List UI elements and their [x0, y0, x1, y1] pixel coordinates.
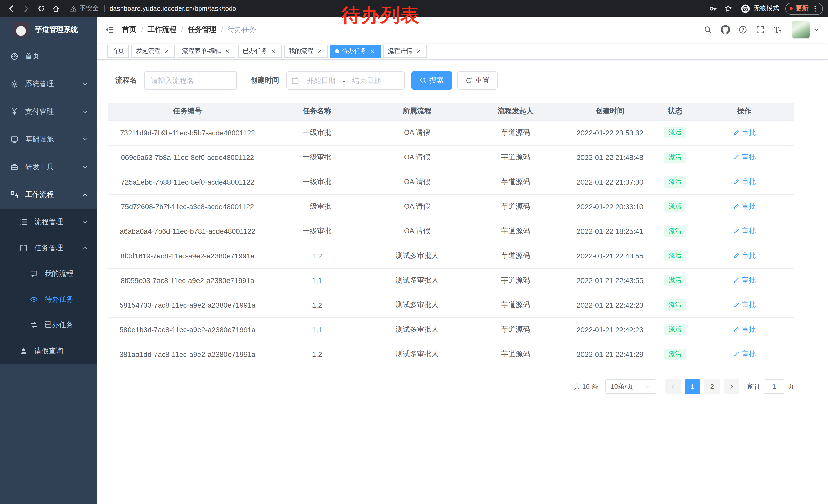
- cell-task-name: 1.2: [267, 293, 367, 317]
- sidebar-item-process-mgmt[interactable]: 流程管理: [0, 209, 97, 235]
- close-icon[interactable]: ×: [415, 47, 422, 55]
- sidebar-item-my-process[interactable]: 我的流程: [0, 261, 97, 287]
- sidebar-toggle[interactable]: [97, 17, 122, 43]
- approve-link[interactable]: 审批: [733, 153, 756, 162]
- close-icon[interactable]: ×: [316, 47, 323, 55]
- cell-initiator: 芋道源码: [467, 121, 564, 145]
- reset-button[interactable]: 重置: [457, 71, 498, 90]
- range-separator: -: [342, 77, 345, 85]
- chat-icon: [30, 270, 38, 278]
- table-row: 58154733-7ac8-11ec-a9e2-a2380e71991a 1.2…: [108, 293, 794, 317]
- question-icon: [739, 26, 747, 34]
- search-icon: [704, 26, 712, 34]
- approve-link[interactable]: 审批: [733, 325, 756, 334]
- home-icon[interactable]: [50, 2, 62, 15]
- sidebar-item-system[interactable]: 系统管理: [0, 70, 97, 98]
- bookmark-star-icon[interactable]: [722, 2, 734, 15]
- sidebar-item-devtools[interactable]: 研发工具: [0, 153, 97, 181]
- chevron-up-icon: [82, 192, 88, 198]
- end-date-input[interactable]: [345, 77, 387, 85]
- address-bar[interactable]: 不安全 dashboard.yudao.iocoder.cn/bpm/task/…: [70, 4, 702, 13]
- approve-link[interactable]: 审批: [733, 350, 756, 359]
- tab-3[interactable]: 已办任务 ×: [238, 44, 282, 58]
- tab-5[interactable]: 待办任务 ×: [330, 44, 381, 58]
- goto-page-input[interactable]: [764, 379, 784, 394]
- forward-icon[interactable]: [20, 2, 32, 15]
- tab-2[interactable]: 流程表单-编辑 ×: [177, 44, 236, 58]
- help-button[interactable]: [735, 22, 750, 37]
- logo-avatar: [13, 22, 29, 37]
- page-button-2[interactable]: 2: [704, 379, 720, 394]
- browser-menu-icon[interactable]: [812, 5, 819, 12]
- prev-page-button[interactable]: [665, 379, 681, 394]
- chevron-down-icon: [82, 164, 88, 170]
- fullscreen-button[interactable]: [753, 22, 768, 37]
- url-divider: [104, 5, 105, 12]
- sidebar-item-infra[interactable]: 基础设施: [0, 126, 97, 153]
- workflow-icon: [10, 191, 18, 199]
- app-header: 首页/工作流程/任务管理/待办任务: [97, 17, 828, 43]
- start-date-input[interactable]: [300, 77, 342, 85]
- page-button-1[interactable]: 1: [685, 379, 700, 394]
- tab-6[interactable]: 流程详情 ×: [383, 44, 427, 58]
- sidebar-item-done-task[interactable]: 已办任务: [0, 312, 97, 338]
- breadcrumb-item[interactable]: 任务管理: [188, 25, 216, 34]
- close-icon[interactable]: ×: [369, 47, 376, 55]
- approve-link[interactable]: 审批: [733, 128, 756, 137]
- browser-toolbar: 不安全 dashboard.yudao.iocoder.cn/bpm/task/…: [0, 0, 828, 17]
- sidebar-item-payment[interactable]: 支付管理: [0, 98, 97, 126]
- sidebar-item-home[interactable]: 首页: [0, 43, 97, 70]
- cell-task-id: a6aba0a4-7b6d-11ec-b781-acde48001122: [108, 219, 267, 243]
- cell-created: 2022-01-21 22:42:23: [564, 317, 656, 342]
- header-search-button[interactable]: [700, 22, 716, 37]
- tab-4[interactable]: 我的流程 ×: [284, 44, 328, 58]
- status-badge: 激活: [664, 176, 686, 187]
- tab-1[interactable]: 发起流程 ×: [131, 44, 175, 58]
- sidebar-item-leave-query[interactable]: 请假查询: [0, 338, 97, 364]
- filter-bar: 流程名 创建时间 - 搜索: [115, 71, 794, 90]
- tab-0[interactable]: 首页: [107, 44, 129, 58]
- avatar-caret-icon[interactable]: [814, 27, 820, 33]
- process-name-input[interactable]: [144, 71, 237, 90]
- app-title: 芋道管理系统: [35, 25, 78, 34]
- next-page-button[interactable]: [724, 379, 739, 394]
- user-avatar[interactable]: [792, 20, 810, 39]
- cell-task-name: 一级审批: [267, 219, 367, 243]
- approve-link[interactable]: 审批: [733, 227, 756, 236]
- sidebar-item-todo-task[interactable]: 待办任务: [0, 287, 97, 312]
- approve-link[interactable]: 审批: [733, 301, 756, 310]
- page-buttons: 12: [685, 379, 720, 394]
- page-size-select[interactable]: 10条/页: [605, 379, 656, 394]
- close-icon[interactable]: ×: [224, 47, 231, 55]
- incognito-badge: 无痕模式: [741, 4, 779, 13]
- reload-icon[interactable]: [35, 2, 47, 15]
- cell-task-id: 73211d9d-7b9b-11ec-b5b7-acde48001122: [108, 121, 267, 145]
- date-range-picker[interactable]: -: [286, 71, 405, 90]
- approve-link[interactable]: 审批: [733, 202, 756, 211]
- task-table-body: 73211d9d-7b9b-11ec-b5b7-acde48001122 一级审…: [108, 121, 794, 367]
- approve-link[interactable]: 审批: [733, 276, 756, 285]
- close-icon[interactable]: ×: [270, 47, 277, 55]
- edit-icon: [733, 302, 740, 308]
- cell-created: 2022-01-22 20:33:10: [564, 194, 656, 219]
- sidebar-item-task-mgmt[interactable]: 任务管理: [0, 235, 97, 261]
- sidebar-item-workflow[interactable]: 工作流程: [0, 181, 97, 209]
- breadcrumb-separator: /: [221, 26, 223, 34]
- table-row: a6aba0a4-7b6d-11ec-b781-acde48001122 一级审…: [108, 219, 794, 243]
- github-button[interactable]: [718, 22, 733, 37]
- breadcrumb-item[interactable]: 首页: [122, 25, 136, 34]
- close-icon[interactable]: ×: [163, 47, 170, 55]
- approve-link[interactable]: 审批: [733, 251, 756, 261]
- cell-task-name: 1.1: [267, 268, 367, 293]
- breadcrumb-item[interactable]: 工作流程: [148, 25, 176, 34]
- status-badge: 激活: [664, 324, 686, 335]
- font-size-button[interactable]: [770, 22, 785, 37]
- back-icon[interactable]: [5, 2, 17, 15]
- status-badge: 激活: [664, 250, 686, 261]
- security-warning[interactable]: 不安全: [70, 4, 99, 13]
- search-button[interactable]: 搜索: [411, 71, 452, 90]
- key-icon[interactable]: [707, 2, 719, 15]
- update-button[interactable]: 更新: [785, 2, 823, 15]
- column-header: 状态: [656, 102, 695, 121]
- approve-link[interactable]: 审批: [733, 177, 756, 187]
